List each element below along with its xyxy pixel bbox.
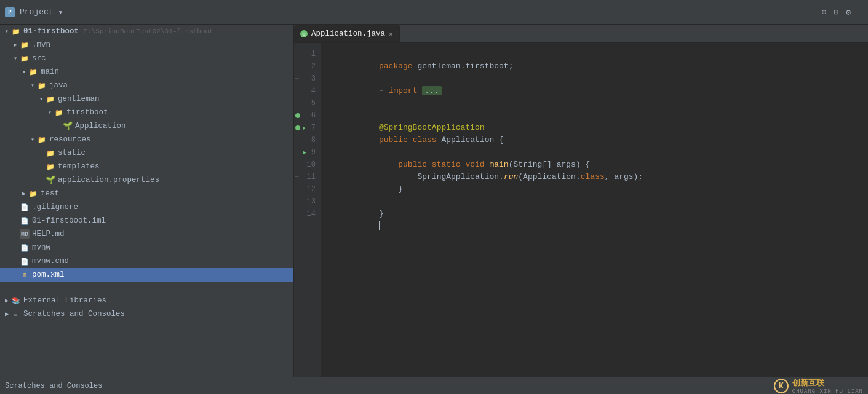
resources-label: resources [49, 135, 91, 144]
tree-item-templates[interactable]: 📁 templates [0, 160, 293, 173]
tree-item-scratches[interactable]: ▶ ✏️ Scratches and Consoles [0, 307, 293, 321]
mvnw-cmd-icon: 📄 [20, 256, 30, 266]
tree-item-application-properties[interactable]: 🌱 application.properties [0, 173, 293, 187]
tree-item-src[interactable]: ▾ 📁 src [0, 52, 293, 65]
tree-item-gitignore[interactable]: 📄 .gitignore [0, 200, 293, 214]
top-bar-icons: ⊕ ⊟ ⚙ — [822, 7, 863, 17]
library-icon: 📚 [11, 296, 21, 305]
arrow-resources: ▾ [28, 135, 37, 144]
minimize-icon[interactable]: — [858, 7, 863, 17]
arrow-app-props [37, 176, 46, 184]
main-label: main [41, 68, 59, 76]
line-13: 13 [294, 195, 321, 208]
bottom-bar: Scratches and Consoles K 创新互联 CHUANG XIN… [0, 377, 868, 394]
arrow-ext-libs: ▶ [2, 296, 11, 305]
arrow-main: ▾ [20, 68, 28, 76]
tree-item-help-md[interactable]: MD HELP.md [0, 227, 293, 241]
folder-icon: 📁 [11, 26, 21, 36]
tree-item-static[interactable]: 📁 static [0, 146, 293, 160]
tree-item-main[interactable]: ▾ 📁 main [0, 65, 293, 79]
arrow-firstboot: ▾ [46, 108, 54, 117]
scratches-icon: ✏️ [11, 309, 21, 319]
tree-item-mvnw-cmd[interactable]: 📄 mvnw.cmd [0, 254, 293, 268]
code-line-1: package gentleman.firstboot; [331, 48, 868, 60]
sync-icon[interactable]: ⊟ [834, 7, 839, 17]
tree-item-test[interactable]: ▶ 📁 test [0, 187, 293, 200]
line-3: — 3 [294, 73, 321, 85]
firstboot-label: firstboot [66, 108, 108, 117]
code-line-3: – import ... [331, 73, 868, 85]
tree-item-pom-xml[interactable]: m pom.xml [0, 268, 293, 282]
spring-class-icon: 🌱 [63, 121, 73, 131]
folder-src-icon: 📁 [20, 53, 30, 63]
arrow-gitignore [11, 203, 20, 211]
tree-item-root[interactable]: ▾ 📁 01-firstboot E:\SpringBootTest02\01-… [0, 25, 293, 38]
project-icon: P [5, 7, 15, 17]
tree-item-mvn[interactable]: ▶ 📁 .mvn [0, 38, 293, 52]
ext-libs-label: External Libraries [23, 296, 106, 305]
tree-item-ext-libs[interactable]: ▶ 📚 External Libraries [0, 294, 293, 307]
tree-item-iml[interactable]: 📄 01-firstboot.iml [0, 214, 293, 227]
folder-test-icon: 📁 [28, 189, 38, 199]
md-file-icon: MD [20, 229, 30, 239]
line-14: 14 [294, 208, 321, 220]
line-2: 2 [294, 60, 321, 73]
templates-label: templates [58, 162, 100, 171]
mvnw-cmd-label: mvnw.cmd [32, 257, 69, 266]
code-line-13: } [331, 195, 868, 208]
mvnw-label: mvnw [32, 243, 50, 252]
tree-item-java[interactable]: ▾ 📁 java [0, 79, 293, 92]
arrow-iml [11, 216, 20, 225]
line-8: 8 [294, 134, 321, 146]
tree-item-gentleman[interactable]: ▾ 📁 gentleman [0, 92, 293, 106]
tab-label: Application.java [311, 30, 385, 38]
folder-gentleman-icon: 📁 [46, 94, 55, 104]
line-numbers: 1 2 — 3 4 5 6 ▶ 7 8 ▶ [294, 43, 321, 377]
code-line-9: public static void main(String[] args) { [331, 146, 868, 159]
mvnw-icon: 📄 [20, 243, 30, 253]
arrow-mvn: ▶ [11, 41, 20, 49]
static-label: static [58, 149, 86, 157]
brand-text: 创新互联 CHUANG XIN HU LIAN [792, 377, 863, 395]
arrow-static [37, 149, 46, 157]
arrow-src: ▾ [11, 54, 20, 63]
arrow-root: ▾ [2, 27, 11, 36]
line-4: 4 [294, 85, 321, 97]
arrow-application [54, 122, 63, 130]
line-6: 6 [294, 109, 321, 122]
tree-item-firstboot[interactable]: ▾ 📁 firstboot [0, 106, 293, 119]
app-properties-label: application.properties [58, 176, 159, 184]
project-dropdown-arrow[interactable]: ▾ [58, 7, 63, 17]
arrow-scratches: ▶ [2, 310, 11, 318]
code-content[interactable]: package gentleman.firstboot; – import ..… [321, 43, 868, 377]
brand-pinyin: CHUANG XIN HU LIAN [792, 388, 863, 395]
file-gitignore-icon: 📄 [20, 202, 30, 212]
gear-icon[interactable]: ⚙ [846, 7, 851, 17]
line-10: 10 [294, 159, 321, 171]
tree-item-mvnw[interactable]: 📄 mvnw [0, 241, 293, 254]
line-9: ▶ — 9 [294, 146, 321, 159]
bottom-right: K 创新互联 CHUANG XIN HU LIAN [774, 377, 863, 395]
src-label: src [32, 54, 46, 63]
tab-application-java[interactable]: ⚙ Application.java ✕ [294, 25, 400, 42]
arrow-gentleman: ▾ [37, 95, 46, 103]
iml-label: 01-firstboot.iml [32, 216, 106, 225]
root-label: 01-firstboot E:\SpringBootTest02\01-firs… [23, 27, 213, 36]
folder-firstboot-icon: 📁 [54, 108, 64, 117]
application-label: Application [75, 122, 126, 130]
tree-item-application[interactable]: 🌱 Application [0, 119, 293, 133]
main-layout: ▾ 📁 01-firstboot E:\SpringBootTest02\01-… [0, 25, 868, 377]
code-editor[interactable]: 1 2 — 3 4 5 6 ▶ 7 8 ▶ [294, 43, 868, 377]
arrow-java: ▾ [28, 81, 37, 90]
tree-item-resources[interactable]: ▾ 📁 resources [0, 133, 293, 146]
folder-java-icon: 📁 [37, 81, 47, 90]
sidebar: ▾ 📁 01-firstboot E:\SpringBootTest02\01-… [0, 25, 294, 377]
pom-xml-label: pom.xml [32, 270, 65, 279]
tab-close-button[interactable]: ✕ [389, 30, 393, 38]
folder-templates-icon: 📁 [46, 162, 55, 171]
iml-file-icon: 📄 [20, 216, 30, 226]
arrow-mvnw-cmd [11, 257, 20, 266]
line-7: ▶ 7 [294, 122, 321, 134]
gentleman-label: gentleman [58, 95, 100, 103]
settings-icon[interactable]: ⊕ [822, 7, 827, 17]
